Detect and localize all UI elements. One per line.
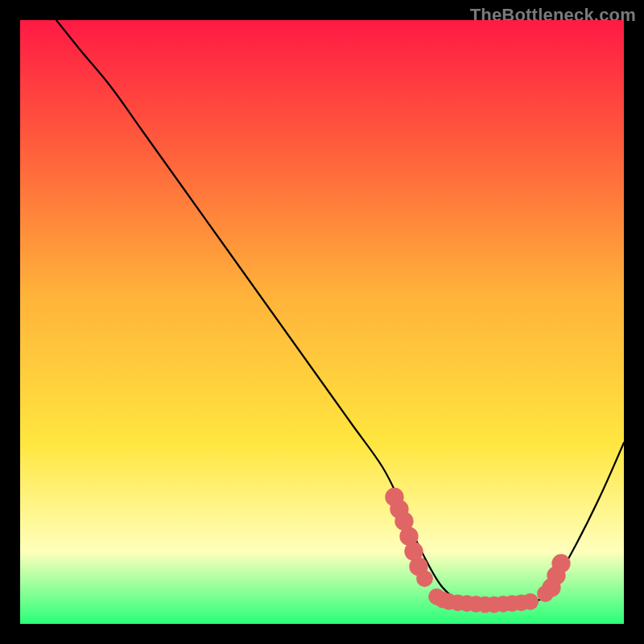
- highlight-dot: [551, 554, 570, 572]
- chart-container: TheBottleneck.com: [0, 0, 644, 644]
- gradient-background: [20, 20, 624, 624]
- chart-svg: [20, 20, 624, 624]
- highlight-dot: [522, 593, 539, 610]
- highlight-dot: [416, 570, 433, 587]
- plot-area: [20, 20, 624, 624]
